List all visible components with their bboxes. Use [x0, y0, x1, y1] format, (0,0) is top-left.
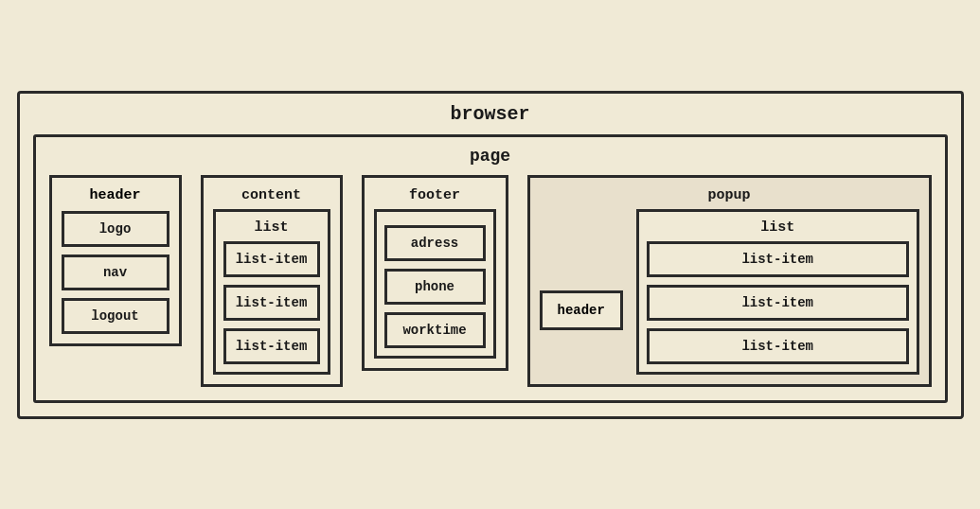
- popup-inner-row: header list list-item list-item list-ite…: [540, 209, 919, 375]
- browser-label: browser: [33, 103, 948, 125]
- adress-box: adress: [384, 225, 486, 261]
- popup-header-box: header: [540, 290, 623, 330]
- footer-outer: footer adress phone worktime: [362, 175, 508, 371]
- content-list-items: list-item list-item list-item: [223, 241, 320, 364]
- content-list-label: list: [223, 219, 320, 236]
- popup-outer: popup header list list-item list-item li…: [527, 175, 932, 387]
- footer-list: adress phone worktime: [374, 209, 496, 359]
- list-item: list-item: [223, 241, 320, 277]
- logo-box: logo: [62, 211, 169, 247]
- header-column: header logo nav logout: [49, 175, 182, 346]
- header-inner-items: logo nav logout: [62, 211, 169, 334]
- browser-container: browser page header logo nav logout cont…: [17, 91, 964, 419]
- logout-box: logout: [62, 298, 169, 334]
- popup-list: list list-item list-item list-item: [636, 209, 919, 375]
- popup-title: popup: [540, 187, 919, 203]
- content-title: content: [213, 187, 330, 203]
- header-title: header: [62, 187, 169, 203]
- page-label: page: [49, 147, 932, 166]
- page-box: page header logo nav logout content: [33, 134, 948, 403]
- footer-title: footer: [374, 187, 496, 203]
- list-item: list-item: [223, 328, 320, 364]
- phone-box: phone: [384, 269, 486, 305]
- footer-list-items: adress phone worktime: [384, 225, 486, 348]
- header-outer: header logo nav logout: [49, 175, 182, 346]
- worktime-box: worktime: [384, 312, 486, 348]
- popup-list-label: list: [647, 219, 909, 236]
- page-content: header logo nav logout content list list…: [49, 175, 932, 387]
- list-item: list-item: [223, 285, 320, 321]
- footer-column: footer adress phone worktime: [362, 175, 508, 371]
- popup-list-items: list-item list-item list-item: [647, 241, 909, 364]
- content-column: content list list-item list-item list-it…: [201, 175, 343, 387]
- popup-list-item-1: list-item: [647, 241, 909, 277]
- content-outer: content list list-item list-item list-it…: [201, 175, 343, 387]
- content-list: list list-item list-item list-item: [213, 209, 330, 375]
- popup-list-item-2: list-item: [647, 285, 909, 321]
- popup-column: popup header list list-item list-item li…: [527, 175, 932, 387]
- popup-list-item-3: list-item: [647, 328, 909, 364]
- nav-box: nav: [62, 254, 169, 290]
